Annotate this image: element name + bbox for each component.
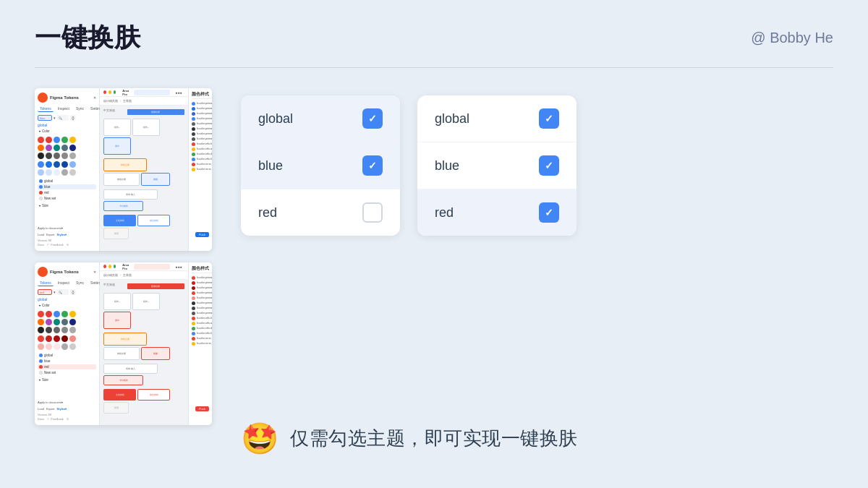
checkmark-blue-1: ✓: [368, 160, 377, 171]
global-label-2: global: [38, 297, 96, 301]
caption-emoji: 🤩: [241, 421, 278, 456]
author-label: @ Bobby He: [751, 30, 833, 46]
checkbox-panels: global ✓ blue ✓ red: [241, 95, 833, 236]
main-content: Figma Tokens ✕ Tokens Inspect Sync Setti…: [0, 68, 868, 484]
checkmark-red-2: ✓: [545, 207, 553, 218]
color-grid-red: [38, 335, 96, 350]
screenshot-pair-top: Figma Tokens ✕ Tokens Inspect Sync Setti…: [35, 88, 212, 251]
apply-to-doc-btn-2[interactable]: Apply to document▾: [38, 401, 63, 404]
update-link[interactable]: ↻: [67, 243, 69, 247]
token-new-set-2: New set: [38, 370, 96, 375]
checkbox-row-global-2[interactable]: global ✓: [417, 95, 576, 142]
figma-sidebar-bottom: Figma Tokens ✕ Tokens Inspect Sync Setti…: [35, 262, 100, 425]
token-color-label: Color: [42, 129, 50, 133]
figma-tabs: Tokens Inspect Sync Settings: [38, 106, 96, 112]
page-header: 一键换肤 @ Bobby He: [0, 0, 868, 67]
checkbox-label-red-1: red: [258, 205, 277, 221]
checkmark-blue-2: ✓: [545, 160, 553, 171]
checkbox-row-red-1[interactable]: red: [241, 189, 400, 236]
checkbox-row-blue-1[interactable]: blue ✓: [241, 142, 400, 189]
token-new-set: New set: [38, 196, 96, 201]
tab-sync-2[interactable]: Sync: [74, 280, 86, 286]
checkbox-red-2[interactable]: ✓: [539, 202, 559, 223]
token-blue: blue: [38, 184, 96, 189]
figma-tabs-2: Tokens Inspect Sync Settings: [38, 280, 96, 286]
props-panel-title: 颜色样式: [192, 92, 212, 99]
feedback-link-2[interactable]: ⚐ Feedback: [47, 417, 64, 421]
push-btn-2[interactable]: Push: [195, 406, 209, 411]
token-blue-2: blue: [38, 359, 96, 364]
apply-to-doc-btn[interactable]: Apply to document▾: [38, 226, 63, 230]
figma-sidebar-title-2: Figma Tokens: [50, 270, 79, 274]
checkbox-label-global-1: global: [258, 111, 293, 127]
load-btn-2[interactable]: Load: [38, 407, 44, 411]
props-items-list-2: lc-color-primary-brand-light-de... lc-co…: [192, 276, 212, 346]
color-grid-top: [38, 137, 96, 159]
update-link-2[interactable]: ↻: [67, 417, 69, 421]
token-global: global: [38, 179, 96, 184]
export-btn[interactable]: Export: [46, 233, 55, 236]
global-label: global: [38, 123, 96, 127]
checkbox-label-blue-1: blue: [258, 158, 283, 174]
close-icon-2[interactable]: ✕: [93, 270, 96, 274]
tab-tokens[interactable]: Tokens: [38, 106, 54, 112]
checkbox-global-2[interactable]: ✓: [539, 108, 559, 129]
checkbox-row-blue-2[interactable]: blue ✓: [417, 142, 576, 189]
push-btn[interactable]: Push: [195, 232, 209, 237]
styles-btn-2[interactable]: Styles▾: [56, 407, 67, 411]
feedback-link[interactable]: ⚐ Feedback: [47, 243, 64, 247]
tab-tokens-2[interactable]: Tokens: [38, 280, 54, 286]
token-size-2: ▾ Size: [38, 377, 96, 382]
tab-inspect-2[interactable]: Inspect: [56, 280, 72, 286]
page-title: 一键换肤: [35, 20, 141, 56]
docs-link[interactable]: Docs: [38, 243, 44, 247]
checkbox-label-blue-2: blue: [435, 158, 459, 174]
figma-sidebar-title: Figma Tokens: [50, 95, 79, 100]
checkbox-blue-2[interactable]: ✓: [539, 155, 559, 176]
docs-link-2[interactable]: Docs: [38, 417, 44, 421]
checkbox-blue-1[interactable]: ✓: [362, 155, 383, 176]
size-section-2: ▾ Size: [38, 377, 96, 382]
token-red-2: red: [38, 364, 96, 369]
token-set-list: global blue red: [38, 179, 96, 201]
checkmark-global-2: ✓: [545, 114, 553, 124]
tab-inspect[interactable]: Inspect: [56, 106, 72, 112]
figma-tokens-panel-top: Figma Tokens ✕ Tokens Inspect Sync Setti…: [35, 88, 212, 251]
screenshot-pair-bottom: Figma Tokens ✕ Tokens Inspect Sync Setti…: [35, 262, 212, 425]
screenshots-section: Figma Tokens ✕ Tokens Inspect Sync Setti…: [35, 88, 212, 463]
props-panel-title-2: 颜色样式: [192, 266, 212, 273]
token-row-color-2: ▾ Color: [38, 303, 96, 308]
checkbox-panel-1: global ✓ blue ✓ red: [241, 95, 400, 236]
size-section: ▾ Size: [38, 203, 96, 208]
checkbox-row-red-2[interactable]: red ✓: [417, 189, 576, 236]
figma-logo-2: [38, 267, 48, 277]
token-red: red: [38, 190, 96, 195]
canvas-top: Arca Pro ●●● 设计稿页面: [100, 88, 188, 251]
canvas-nodes-top: 中文筛选 搜索结果 组件1 组件2 选中: [100, 106, 188, 243]
checkbox-panel-2: global ✓ blue ✓ red ✓: [417, 95, 576, 236]
checkbox-global-1[interactable]: ✓: [362, 108, 383, 129]
export-btn-2[interactable]: Export: [46, 407, 55, 411]
checkbox-label-global-2: global: [435, 111, 469, 127]
canvas-bottom: Arca Pro ●●● 设计稿页面 /: [100, 262, 188, 425]
close-icon[interactable]: ✕: [93, 95, 96, 100]
token-global-2: global: [38, 353, 96, 358]
color-grid-blue: [38, 161, 96, 176]
checkbox-row-global-1[interactable]: global ✓: [241, 95, 400, 142]
caption-row: 🤩 仅需勾选主题，即可实现一键换肤: [241, 421, 833, 456]
token-size: ▾ Size: [38, 203, 96, 208]
token-set-list-2: global blue red: [38, 353, 96, 375]
caption-text: 仅需勾选主题，即可实现一键换肤: [290, 426, 578, 451]
canvas-breadcrumb: 设计稿页面 / 主界面: [100, 97, 188, 106]
right-section: global ✓ blue ✓ red: [241, 88, 833, 463]
canvas-breadcrumb-2: 设计稿页面 / 主界面: [100, 271, 188, 280]
styles-btn[interactable]: Styles▾: [56, 233, 67, 236]
figma-logo: [38, 93, 48, 103]
checkbox-red-1[interactable]: [362, 202, 383, 223]
figma-tokens-panel-bottom: Figma Tokens ✕ Tokens Inspect Sync Setti…: [35, 262, 212, 425]
props-items-list: lc-color-primary-brand-light-de... lc-co…: [192, 102, 212, 171]
checkmark-global-1: ✓: [368, 114, 377, 124]
load-btn[interactable]: Load: [38, 233, 44, 236]
canvas-topbar: Arca Pro ●●●: [100, 88, 188, 97]
tab-sync[interactable]: Sync: [74, 106, 86, 112]
